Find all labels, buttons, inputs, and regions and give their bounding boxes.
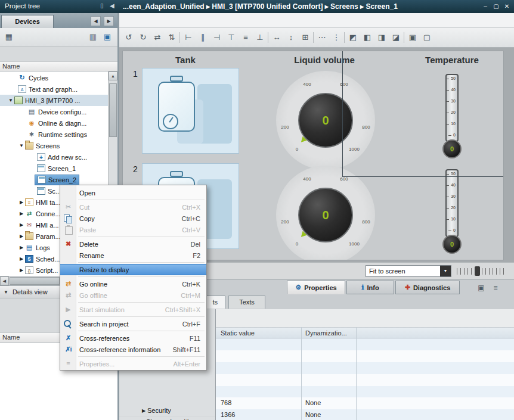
collapse-panel-icon[interactable] [110,2,114,9]
tree-item-text-and-graphics[interactable]: Text and graph... [0,83,108,95]
column-header-temperature[interactable]: Temperature [425,55,479,65]
dropdown-arrow-icon[interactable] [440,266,451,276]
menu-item-cross-references[interactable]: Cross-references F11 [60,332,206,344]
column-view-icon[interactable] [87,31,99,43]
table-row-width[interactable]: 1366 None [216,409,514,420]
tree-item-hmi-3[interactable]: HMI_3 [MTP700 ... [0,95,108,106]
scroll-thumb[interactable] [109,83,117,137]
bring-forward-icon[interactable] [361,32,373,43]
table-row[interactable] [216,386,514,397]
open-editor-icon[interactable] [101,31,113,43]
expand-arrow-icon[interactable] [18,222,25,228]
temperature-slider-2[interactable]: 50 40 30 20 10 0 0 [444,169,462,259]
collapse-arrow-icon[interactable] [7,98,14,103]
breadcrumb[interactable]: ...een_Adaption_Unified ▸ HMI_3 [MTP700 … [123,2,398,11]
tree-item-screen-2-selected[interactable]: Screen_2 [0,174,108,185]
distribute-horizontal-icon[interactable] [316,32,328,43]
height-dynamization[interactable]: None [305,399,321,406]
table-row[interactable] [216,338,514,350]
height-static-value[interactable]: 768 [221,399,231,406]
expand-arrow-icon[interactable] [18,200,25,205]
align-right-icon[interactable] [211,32,223,43]
auto-collapse-icon[interactable] [100,2,104,9]
tree-item-cycles[interactable]: Cycles [0,72,108,83]
menu-item-copy[interactable]: Copy Ctrl+C [60,213,206,224]
nav-item-security[interactable]: Security [119,405,215,416]
expand-arrow-icon[interactable] [18,234,25,239]
width-static-value[interactable]: 1366 [221,411,235,418]
column-header-liquid-volume[interactable]: Liquid volume [294,55,355,65]
nav-item-size-and-position[interactable]: Size and position [119,416,215,420]
liquid-volume-gauge-1[interactable]: 0 200 400 600 800 1000 0 [276,71,375,170]
same-size-icon[interactable] [299,32,311,43]
align-middle-icon[interactable] [240,32,252,43]
zoom-select[interactable]: Fit to screen [366,265,451,277]
zoom-slider-thumb[interactable] [475,266,480,276]
menu-item-cross-reference-information[interactable]: Cross-reference information Shift+F11 [60,344,206,355]
align-top-icon[interactable] [225,32,237,43]
tab-properties[interactable]: Properties [287,281,345,294]
collapse-details-icon[interactable] [4,290,8,295]
panel-menu-icon[interactable] [490,282,501,293]
tree-item-device-configuration[interactable]: Device configu... [0,106,108,117]
send-backward-icon[interactable] [376,32,388,43]
tab-scroll-right-icon[interactable] [104,16,114,26]
tab-info[interactable]: Info [346,281,394,294]
subtab-texts[interactable]: Texts [228,295,265,309]
table-row[interactable] [216,362,514,374]
tree-item-add-new-screen[interactable]: Add new sc... [0,151,108,163]
same-height-icon[interactable] [285,32,297,43]
menu-item-go-online[interactable]: Go online Ctrl+K [60,278,206,290]
collapse-arrow-icon[interactable] [18,143,25,148]
width-dynamization[interactable]: None [305,411,321,418]
expand-arrow-icon[interactable] [140,408,147,413]
tab-scroll-left-icon[interactable] [91,16,101,26]
table-row[interactable] [216,350,514,362]
same-width-icon[interactable] [271,32,283,43]
menu-item-go-offline[interactable]: Go offline Ctrl+M [60,290,206,301]
align-center-horizontal-icon[interactable] [197,32,209,43]
scroll-thumb[interactable] [10,277,60,285]
bring-to-front-icon[interactable] [347,32,359,43]
menu-item-resize-to-display[interactable]: Resize to display [60,264,206,275]
temperature-slider-1[interactable]: 50 40 30 20 10 0 0 [444,74,462,163]
menu-item-search-in-project[interactable]: Search in project Ctrl+F [60,318,206,329]
expand-arrow-icon[interactable] [18,245,25,250]
tree-item-online-diagnostics[interactable]: Online & diagn... [0,117,108,129]
menu-item-delete[interactable]: Delete Del [60,238,206,250]
table-row[interactable] [216,374,514,386]
align-left-icon[interactable] [182,32,194,43]
menu-item-cut[interactable]: Cut Ctrl+X [60,201,206,213]
tab-diagnostics[interactable]: Diagnostics [395,281,460,294]
expand-arrow-icon[interactable] [18,256,25,262]
column-header-tank[interactable]: Tank [175,55,196,65]
zoom-slider[interactable] [457,266,507,276]
maximize-icon[interactable] [491,2,501,11]
flip-horizontal-icon[interactable] [151,32,163,43]
menu-item-paste[interactable]: Paste Ctrl+V [60,224,206,235]
close-icon[interactable] [502,2,512,11]
align-bottom-icon[interactable] [254,32,266,43]
expand-arrow-icon[interactable] [18,267,25,273]
liquid-volume-gauge-2[interactable]: 0 200 400 600 800 1000 0 [276,166,375,260]
rotate-right-icon[interactable] [137,32,149,43]
tree-item-runtime-settings[interactable]: Runtime settings [0,129,108,140]
group-icon[interactable] [407,32,419,43]
tree-item-screens[interactable]: Screens [0,140,108,151]
flip-vertical-icon[interactable] [166,32,178,43]
row-number-1[interactable]: 1 [133,69,138,79]
menu-item-open[interactable]: Open [60,187,206,198]
expand-arrow-icon[interactable] [18,211,25,216]
scroll-up-icon[interactable] [109,71,117,80]
minimize-icon[interactable] [481,2,490,11]
send-to-back-icon[interactable] [390,32,402,43]
tree-item-screen-1[interactable]: Screen_1 [0,163,108,174]
thermometer-knob[interactable]: 0 [442,139,462,158]
scroll-left-icon[interactable] [0,276,9,285]
tab-devices[interactable]: Devices [1,15,54,28]
rotate-left-icon[interactable] [123,32,135,43]
ungroup-icon[interactable] [421,32,433,43]
dock-panel-icon[interactable] [476,282,487,293]
table-row-height[interactable]: 768 None [216,397,514,409]
row-number-2[interactable]: 2 [133,164,138,174]
